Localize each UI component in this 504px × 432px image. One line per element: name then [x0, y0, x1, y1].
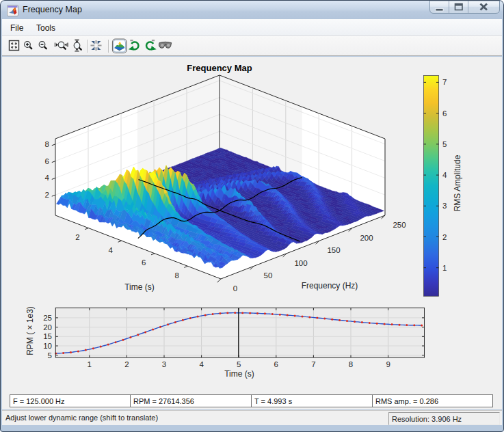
svg-text:25: 25	[43, 314, 52, 322]
svg-text:Frequency (Hz): Frequency (Hz)	[302, 281, 358, 291]
svg-text:2: 2	[442, 233, 447, 241]
svg-text:7: 7	[442, 78, 447, 86]
svg-text:2: 2	[45, 191, 49, 199]
svg-text:2: 2	[124, 360, 129, 368]
svg-text:6: 6	[274, 360, 278, 368]
svg-text:150: 150	[327, 246, 340, 254]
svg-text:5: 5	[48, 351, 52, 360]
svg-text:6: 6	[45, 157, 49, 165]
svg-text:250: 250	[393, 221, 406, 229]
svg-text:5: 5	[237, 360, 241, 368]
svg-text:RMS Amplitude: RMS Amplitude	[453, 154, 462, 211]
svg-text:100: 100	[294, 259, 307, 267]
svg-text:5: 5	[442, 140, 447, 148]
svg-text:200: 200	[360, 234, 373, 242]
svg-text:9: 9	[386, 360, 390, 368]
svg-text:6: 6	[442, 109, 447, 118]
svg-text:8: 8	[45, 140, 49, 148]
svg-text:RPM ( × 1e3): RPM ( × 1e3)	[25, 306, 35, 355]
svg-text:8: 8	[174, 271, 178, 280]
svg-text:Frequency Map: Frequency Map	[187, 63, 252, 73]
svg-text:0: 0	[233, 284, 237, 293]
svg-text:2: 2	[75, 233, 79, 241]
svg-text:6: 6	[142, 258, 146, 267]
svg-text:7: 7	[311, 360, 315, 368]
svg-text:4: 4	[45, 174, 50, 182]
svg-text:Time (s): Time (s)	[224, 369, 254, 379]
svg-text:1: 1	[88, 360, 92, 368]
svg-text:15: 15	[43, 332, 52, 340]
svg-text:3: 3	[162, 360, 166, 368]
svg-text:4: 4	[109, 246, 114, 254]
svg-text:20: 20	[43, 323, 52, 332]
svg-text:8: 8	[349, 360, 353, 368]
svg-text:4: 4	[199, 360, 204, 368]
svg-text:1: 1	[442, 264, 447, 272]
svg-text:50: 50	[264, 271, 273, 280]
svg-text:3: 3	[442, 202, 447, 210]
svg-text:4: 4	[442, 171, 447, 179]
svg-text:10: 10	[43, 342, 52, 350]
svg-text:Time (s): Time (s)	[124, 282, 155, 292]
